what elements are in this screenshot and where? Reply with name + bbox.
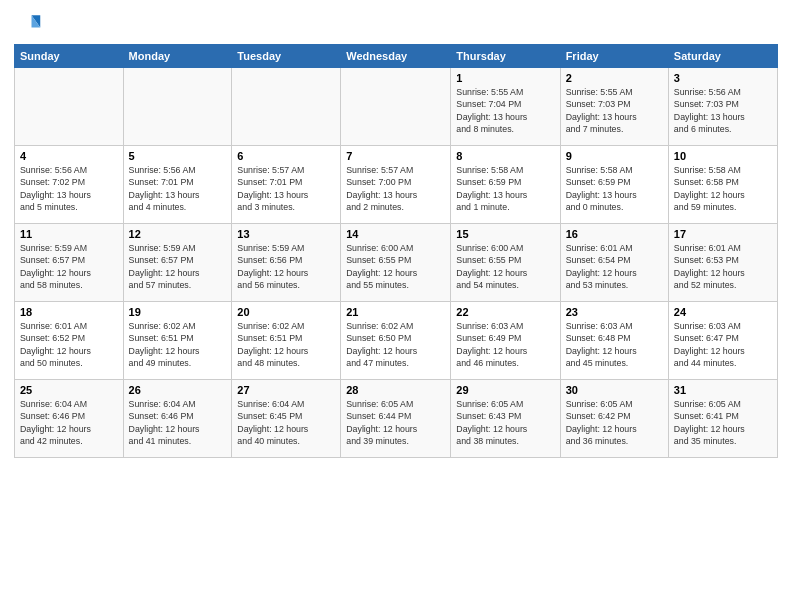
logo bbox=[14, 10, 46, 38]
day-number: 2 bbox=[566, 72, 663, 84]
calendar-day-cell: 14Sunrise: 6:00 AMSunset: 6:55 PMDayligh… bbox=[341, 224, 451, 302]
day-number: 5 bbox=[129, 150, 227, 162]
day-info: Sunrise: 6:02 AMSunset: 6:51 PMDaylight:… bbox=[129, 320, 227, 369]
day-number: 15 bbox=[456, 228, 554, 240]
day-number: 3 bbox=[674, 72, 772, 84]
day-number: 23 bbox=[566, 306, 663, 318]
calendar-header-row: SundayMondayTuesdayWednesdayThursdayFrid… bbox=[15, 45, 778, 68]
calendar-week-row: 4Sunrise: 5:56 AMSunset: 7:02 PMDaylight… bbox=[15, 146, 778, 224]
day-number: 8 bbox=[456, 150, 554, 162]
calendar-day-cell: 17Sunrise: 6:01 AMSunset: 6:53 PMDayligh… bbox=[668, 224, 777, 302]
calendar-day-cell: 26Sunrise: 6:04 AMSunset: 6:46 PMDayligh… bbox=[123, 380, 232, 458]
day-number: 25 bbox=[20, 384, 118, 396]
calendar-day-cell: 30Sunrise: 6:05 AMSunset: 6:42 PMDayligh… bbox=[560, 380, 668, 458]
calendar-day-cell: 8Sunrise: 5:58 AMSunset: 6:59 PMDaylight… bbox=[451, 146, 560, 224]
calendar-day-cell: 12Sunrise: 5:59 AMSunset: 6:57 PMDayligh… bbox=[123, 224, 232, 302]
day-number: 7 bbox=[346, 150, 445, 162]
day-info: Sunrise: 6:05 AMSunset: 6:43 PMDaylight:… bbox=[456, 398, 554, 447]
day-number: 19 bbox=[129, 306, 227, 318]
day-info: Sunrise: 6:01 AMSunset: 6:53 PMDaylight:… bbox=[674, 242, 772, 291]
calendar-week-row: 18Sunrise: 6:01 AMSunset: 6:52 PMDayligh… bbox=[15, 302, 778, 380]
day-number: 20 bbox=[237, 306, 335, 318]
weekday-header: Thursday bbox=[451, 45, 560, 68]
calendar-day-cell: 5Sunrise: 5:56 AMSunset: 7:01 PMDaylight… bbox=[123, 146, 232, 224]
day-number: 26 bbox=[129, 384, 227, 396]
calendar-week-row: 1Sunrise: 5:55 AMSunset: 7:04 PMDaylight… bbox=[15, 68, 778, 146]
day-info: Sunrise: 6:03 AMSunset: 6:49 PMDaylight:… bbox=[456, 320, 554, 369]
day-info: Sunrise: 5:56 AMSunset: 7:02 PMDaylight:… bbox=[20, 164, 118, 213]
calendar-day-cell: 18Sunrise: 6:01 AMSunset: 6:52 PMDayligh… bbox=[15, 302, 124, 380]
calendar-day-cell bbox=[15, 68, 124, 146]
day-info: Sunrise: 5:55 AMSunset: 7:04 PMDaylight:… bbox=[456, 86, 554, 135]
calendar-day-cell bbox=[232, 68, 341, 146]
day-info: Sunrise: 6:01 AMSunset: 6:52 PMDaylight:… bbox=[20, 320, 118, 369]
day-info: Sunrise: 5:58 AMSunset: 6:59 PMDaylight:… bbox=[566, 164, 663, 213]
calendar-day-cell bbox=[341, 68, 451, 146]
calendar-day-cell: 2Sunrise: 5:55 AMSunset: 7:03 PMDaylight… bbox=[560, 68, 668, 146]
day-number: 9 bbox=[566, 150, 663, 162]
calendar-day-cell: 10Sunrise: 5:58 AMSunset: 6:58 PMDayligh… bbox=[668, 146, 777, 224]
calendar-day-cell: 20Sunrise: 6:02 AMSunset: 6:51 PMDayligh… bbox=[232, 302, 341, 380]
day-info: Sunrise: 6:02 AMSunset: 6:51 PMDaylight:… bbox=[237, 320, 335, 369]
day-info: Sunrise: 6:00 AMSunset: 6:55 PMDaylight:… bbox=[456, 242, 554, 291]
day-info: Sunrise: 5:58 AMSunset: 6:59 PMDaylight:… bbox=[456, 164, 554, 213]
calendar-day-cell: 4Sunrise: 5:56 AMSunset: 7:02 PMDaylight… bbox=[15, 146, 124, 224]
day-number: 16 bbox=[566, 228, 663, 240]
day-number: 10 bbox=[674, 150, 772, 162]
calendar-day-cell: 21Sunrise: 6:02 AMSunset: 6:50 PMDayligh… bbox=[341, 302, 451, 380]
day-info: Sunrise: 5:56 AMSunset: 7:01 PMDaylight:… bbox=[129, 164, 227, 213]
day-number: 27 bbox=[237, 384, 335, 396]
day-info: Sunrise: 6:02 AMSunset: 6:50 PMDaylight:… bbox=[346, 320, 445, 369]
calendar-day-cell: 23Sunrise: 6:03 AMSunset: 6:48 PMDayligh… bbox=[560, 302, 668, 380]
day-info: Sunrise: 5:59 AMSunset: 6:57 PMDaylight:… bbox=[20, 242, 118, 291]
day-number: 22 bbox=[456, 306, 554, 318]
day-number: 6 bbox=[237, 150, 335, 162]
calendar-day-cell: 13Sunrise: 5:59 AMSunset: 6:56 PMDayligh… bbox=[232, 224, 341, 302]
calendar-day-cell: 11Sunrise: 5:59 AMSunset: 6:57 PMDayligh… bbox=[15, 224, 124, 302]
calendar-day-cell: 6Sunrise: 5:57 AMSunset: 7:01 PMDaylight… bbox=[232, 146, 341, 224]
day-info: Sunrise: 5:56 AMSunset: 7:03 PMDaylight:… bbox=[674, 86, 772, 135]
day-info: Sunrise: 6:03 AMSunset: 6:47 PMDaylight:… bbox=[674, 320, 772, 369]
day-info: Sunrise: 5:55 AMSunset: 7:03 PMDaylight:… bbox=[566, 86, 663, 135]
day-info: Sunrise: 6:04 AMSunset: 6:46 PMDaylight:… bbox=[129, 398, 227, 447]
day-number: 13 bbox=[237, 228, 335, 240]
weekday-header: Sunday bbox=[15, 45, 124, 68]
day-number: 18 bbox=[20, 306, 118, 318]
day-number: 31 bbox=[674, 384, 772, 396]
calendar-day-cell: 28Sunrise: 6:05 AMSunset: 6:44 PMDayligh… bbox=[341, 380, 451, 458]
day-number: 4 bbox=[20, 150, 118, 162]
day-info: Sunrise: 5:59 AMSunset: 6:56 PMDaylight:… bbox=[237, 242, 335, 291]
calendar-day-cell: 1Sunrise: 5:55 AMSunset: 7:04 PMDaylight… bbox=[451, 68, 560, 146]
weekday-header: Wednesday bbox=[341, 45, 451, 68]
day-number: 30 bbox=[566, 384, 663, 396]
calendar-day-cell: 19Sunrise: 6:02 AMSunset: 6:51 PMDayligh… bbox=[123, 302, 232, 380]
day-number: 24 bbox=[674, 306, 772, 318]
calendar-week-row: 11Sunrise: 5:59 AMSunset: 6:57 PMDayligh… bbox=[15, 224, 778, 302]
day-info: Sunrise: 6:05 AMSunset: 6:44 PMDaylight:… bbox=[346, 398, 445, 447]
day-info: Sunrise: 5:59 AMSunset: 6:57 PMDaylight:… bbox=[129, 242, 227, 291]
calendar-table: SundayMondayTuesdayWednesdayThursdayFrid… bbox=[14, 44, 778, 458]
day-info: Sunrise: 6:01 AMSunset: 6:54 PMDaylight:… bbox=[566, 242, 663, 291]
day-info: Sunrise: 6:05 AMSunset: 6:42 PMDaylight:… bbox=[566, 398, 663, 447]
weekday-header: Saturday bbox=[668, 45, 777, 68]
day-number: 17 bbox=[674, 228, 772, 240]
calendar-day-cell: 24Sunrise: 6:03 AMSunset: 6:47 PMDayligh… bbox=[668, 302, 777, 380]
weekday-header: Tuesday bbox=[232, 45, 341, 68]
day-info: Sunrise: 5:57 AMSunset: 7:01 PMDaylight:… bbox=[237, 164, 335, 213]
calendar-day-cell: 25Sunrise: 6:04 AMSunset: 6:46 PMDayligh… bbox=[15, 380, 124, 458]
calendar-day-cell: 9Sunrise: 5:58 AMSunset: 6:59 PMDaylight… bbox=[560, 146, 668, 224]
calendar-day-cell: 31Sunrise: 6:05 AMSunset: 6:41 PMDayligh… bbox=[668, 380, 777, 458]
day-number: 29 bbox=[456, 384, 554, 396]
day-info: Sunrise: 5:58 AMSunset: 6:58 PMDaylight:… bbox=[674, 164, 772, 213]
day-info: Sunrise: 6:05 AMSunset: 6:41 PMDaylight:… bbox=[674, 398, 772, 447]
day-info: Sunrise: 6:03 AMSunset: 6:48 PMDaylight:… bbox=[566, 320, 663, 369]
page-container: SundayMondayTuesdayWednesdayThursdayFrid… bbox=[0, 0, 792, 612]
calendar-day-cell: 3Sunrise: 5:56 AMSunset: 7:03 PMDaylight… bbox=[668, 68, 777, 146]
weekday-header: Monday bbox=[123, 45, 232, 68]
calendar-day-cell: 27Sunrise: 6:04 AMSunset: 6:45 PMDayligh… bbox=[232, 380, 341, 458]
day-number: 12 bbox=[129, 228, 227, 240]
calendar-day-cell: 22Sunrise: 6:03 AMSunset: 6:49 PMDayligh… bbox=[451, 302, 560, 380]
day-info: Sunrise: 5:57 AMSunset: 7:00 PMDaylight:… bbox=[346, 164, 445, 213]
day-info: Sunrise: 6:00 AMSunset: 6:55 PMDaylight:… bbox=[346, 242, 445, 291]
calendar-day-cell: 29Sunrise: 6:05 AMSunset: 6:43 PMDayligh… bbox=[451, 380, 560, 458]
